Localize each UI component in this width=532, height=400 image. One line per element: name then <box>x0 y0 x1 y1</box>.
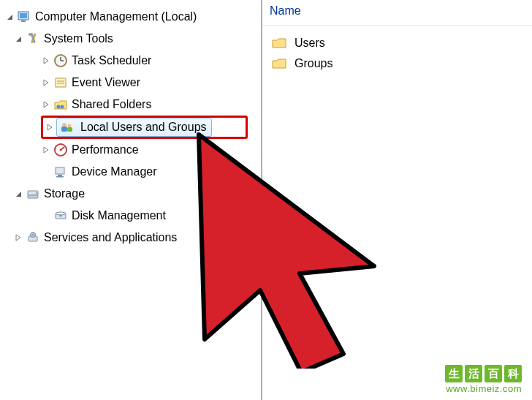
storage-icon <box>25 186 41 202</box>
watermark-char: 活 <box>465 365 482 382</box>
watermark-url: www.bimeiz.com <box>446 383 522 394</box>
tree-local-users-groups[interactable]: Local Users and Groups <box>56 118 212 137</box>
svg-point-37 <box>60 215 62 217</box>
tree-event-viewer[interactable]: Event Viewer <box>0 72 261 94</box>
svg-point-41 <box>32 234 34 235</box>
list-item-label: Users <box>294 37 325 50</box>
svg-marker-8 <box>44 58 48 64</box>
svg-marker-38 <box>16 235 20 241</box>
svg-rect-3 <box>21 20 26 22</box>
svg-marker-31 <box>16 192 21 197</box>
expander-expanded-icon[interactable] <box>13 34 23 44</box>
tree-performance[interactable]: Performance <box>0 139 261 161</box>
tree-storage[interactable]: Storage <box>0 183 261 205</box>
tree-system-tools[interactable]: System Tools <box>0 28 261 50</box>
watermark-logo: 生 活 百 科 <box>445 365 522 382</box>
tree-pane: Computer Management (Local) System Tools <box>0 0 262 400</box>
tree-root[interactable]: Computer Management (Local) <box>0 6 261 28</box>
svg-marker-0 <box>7 15 12 20</box>
svg-rect-34 <box>28 195 38 198</box>
expander-collapsed-icon[interactable] <box>41 145 51 155</box>
tree-device-manager[interactable]: Device Manager <box>0 161 261 183</box>
expander-collapsed-icon[interactable] <box>41 78 51 88</box>
tree-label: Disk Management <box>72 209 166 222</box>
svg-point-36 <box>56 212 66 215</box>
list-body: Users Groups <box>262 26 532 81</box>
tree-label: Storage <box>44 187 85 200</box>
tree-shared-folders[interactable]: Shared Folders <box>0 94 261 116</box>
svg-rect-2 <box>20 13 27 18</box>
expander-collapsed-icon[interactable] <box>45 122 55 132</box>
expander-collapsed-icon[interactable] <box>41 56 51 66</box>
svg-point-17 <box>57 105 61 109</box>
list-pane: Name Users Groups <box>262 0 532 400</box>
tree-services-apps[interactable]: Services and Applications <box>0 227 261 249</box>
expander-collapsed-icon[interactable] <box>13 233 23 243</box>
device-manager-icon <box>53 164 69 180</box>
svg-rect-28 <box>56 167 64 174</box>
svg-point-33 <box>36 192 37 194</box>
event-viewer-icon <box>53 75 69 91</box>
tree-label: Shared Folders <box>72 98 151 111</box>
svg-rect-23 <box>67 127 72 132</box>
svg-rect-13 <box>56 78 66 87</box>
expander-collapsed-icon[interactable] <box>4 12 15 22</box>
svg-point-7 <box>28 33 31 36</box>
svg-marker-24 <box>44 147 48 153</box>
svg-marker-19 <box>48 124 52 130</box>
tree-label: Performance <box>72 143 139 156</box>
tree-label: Event Viewer <box>72 76 140 89</box>
app-container: Computer Management (Local) System Tools <box>0 0 532 400</box>
list-item[interactable]: Groups <box>268 53 526 74</box>
svg-marker-16 <box>44 102 48 107</box>
tree-label: Device Manager <box>72 165 157 178</box>
tree-label: Computer Management (Local) <box>35 10 197 23</box>
expander-none <box>41 211 51 221</box>
clock-icon <box>53 53 69 69</box>
tree-disk-management[interactable]: Disk Management <box>0 205 261 227</box>
svg-point-27 <box>60 149 62 151</box>
tools-icon <box>25 31 41 47</box>
watermark-char: 科 <box>504 365 522 382</box>
list-item[interactable]: Users <box>268 33 526 53</box>
svg-point-18 <box>61 105 64 109</box>
svg-rect-30 <box>56 176 64 178</box>
computer-management-icon <box>16 9 32 25</box>
tree-local-users-groups-highlight: Local Users and Groups <box>41 116 248 139</box>
svg-rect-21 <box>61 127 67 132</box>
performance-icon <box>53 142 69 158</box>
list-column-header[interactable]: Name <box>262 0 532 26</box>
svg-marker-12 <box>44 80 48 86</box>
watermark-char: 百 <box>484 365 502 382</box>
list-item-label: Groups <box>294 57 332 70</box>
svg-marker-4 <box>16 37 21 42</box>
expander-collapsed-icon[interactable] <box>41 99 51 110</box>
svg-point-22 <box>68 124 72 128</box>
tree-label: Local Users and Groups <box>80 121 207 134</box>
services-icon <box>25 230 41 246</box>
watermark-char: 生 <box>445 365 463 382</box>
shared-folders-icon <box>53 97 69 113</box>
tree-label: Task Scheduler <box>72 54 151 67</box>
tree-label: System Tools <box>44 32 113 45</box>
users-groups-icon <box>58 119 75 135</box>
expander-none <box>41 167 51 177</box>
expander-expanded-icon[interactable] <box>13 189 23 199</box>
svg-rect-29 <box>58 175 62 176</box>
tree-label: Services and Applications <box>44 231 177 244</box>
tree-task-scheduler[interactable]: Task Scheduler <box>0 50 261 72</box>
disk-management-icon <box>53 208 69 224</box>
folder-icon <box>271 56 287 72</box>
folder-icon <box>271 35 287 51</box>
